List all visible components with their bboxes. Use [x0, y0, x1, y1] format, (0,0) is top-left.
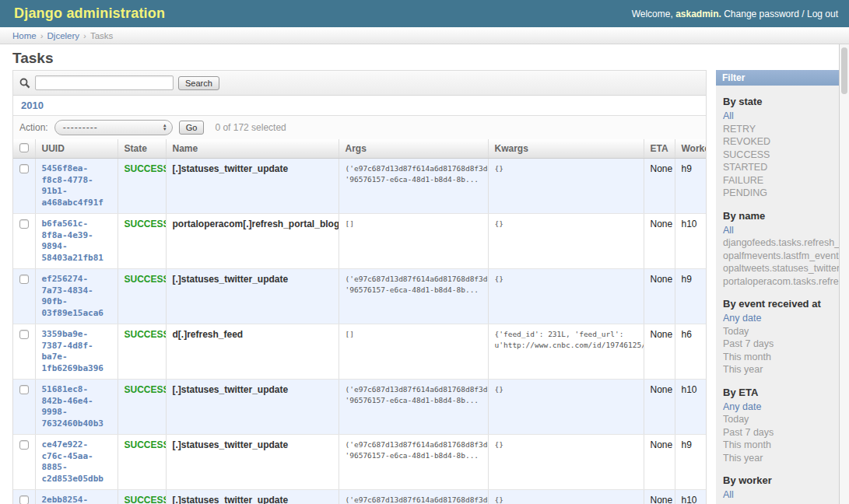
task-name: [.]statuses_twitter_update: [173, 384, 289, 395]
django-admin-tasks-page: Django administration Welcome, askadmin.…: [0, 0, 849, 504]
task-args: ('e97c687d13d87f614a6d81768d8f3d8e', '96…: [346, 274, 482, 296]
task-eta: None: [644, 159, 675, 214]
task-args: ('e97c687d13d87f614a6d81768d8f3d8e', '96…: [346, 439, 482, 461]
task-uuid-link[interactable]: ef256274- 7a73-4834- 90fb- 03f89e15aca6: [42, 274, 111, 319]
welcome-text: Welcome,: [632, 9, 673, 19]
filter-state-all[interactable]: All: [723, 110, 734, 121]
filter-state-started[interactable]: STARTED: [723, 162, 767, 173]
row-checkbox[interactable]: [19, 164, 29, 173]
filter-heading: By worker: [723, 474, 839, 486]
search-icon: [19, 78, 30, 89]
filter-name-item[interactable]: djangofeeds.tasks.refresh_feed: [723, 237, 839, 248]
filter-state-failure[interactable]: FAILURE: [723, 175, 763, 186]
filter-name-item[interactable]: opaltweets.statuses_twitter_update: [723, 263, 839, 274]
task-kwargs: {'feed_id': 231L, 'feed_url': u'http://w…: [495, 329, 637, 351]
filter-state-revoked[interactable]: REVOKED: [723, 136, 770, 147]
task-args: ('e97c687d13d87f614a6d81768d8f3d8e', '96…: [346, 384, 482, 406]
column-header-worker[interactable]: Worker: [675, 139, 707, 159]
filter-heading: By ETA: [723, 387, 839, 398]
column-header-kwargs[interactable]: Kwargs: [488, 139, 644, 159]
column-header-name[interactable]: Name: [166, 139, 339, 159]
table-row: 2ebb8254- 6891-4b6c- a0e7- 4ab08a404097 …: [13, 490, 707, 504]
column-header-uuid[interactable]: UUID: [35, 139, 118, 159]
selection-counter: 0 of 172 selected: [215, 122, 286, 133]
row-checkbox[interactable]: [19, 440, 29, 450]
column-header-eta[interactable]: ETA: [644, 139, 675, 159]
change-password-link[interactable]: Change password: [724, 9, 799, 19]
breadcrumb-separator: ›: [40, 31, 44, 40]
task-name: [.]statuses_twitter_update: [173, 495, 289, 504]
task-worker: h9: [675, 159, 707, 214]
filter-worker-all[interactable]: All: [723, 489, 734, 500]
filter-section-by-worker: By worker All h10 h8 h6: [716, 474, 839, 504]
vertical-scrollbar[interactable]: [839, 44, 849, 504]
task-uuid-link[interactable]: 2ebb8254- 6891-4b6c- a0e7- 4ab08a404097: [42, 495, 111, 504]
row-checkbox[interactable]: [19, 330, 29, 339]
task-worker: h10: [675, 214, 707, 269]
table-row: ce47e922- c76c-45aa- 8885- c2d853e05dbb …: [13, 435, 707, 490]
date-hierarchy-year-link[interactable]: 2010: [21, 100, 44, 111]
action-select[interactable]: --------- ▲▼: [54, 120, 173, 135]
row-checkbox[interactable]: [19, 495, 29, 504]
column-header-state[interactable]: State: [118, 139, 166, 159]
username-text: askadmin.: [675, 9, 721, 19]
search-input[interactable]: [35, 75, 174, 90]
task-uuid-link[interactable]: 5456f8ea- f8c8-4778- 91b1- a468abc4f91f: [42, 163, 111, 208]
task-state: SUCCESS: [125, 439, 167, 450]
filter-section-by-name: By name All djangofeeds.tasks.refresh_fe…: [716, 210, 839, 289]
breadcrumb-current: Tasks: [90, 31, 113, 40]
task-args: []: [346, 219, 482, 229]
search-button[interactable]: Search: [178, 76, 219, 90]
task-kwargs: {}: [495, 274, 637, 285]
row-checkbox[interactable]: [19, 275, 29, 284]
scrollbar-thumb[interactable]: [841, 47, 847, 94]
tasks-table: UUID State Name Args Kwargs ETA Worker 5…: [13, 139, 707, 504]
filter-state-pending[interactable]: PENDING: [723, 187, 767, 198]
select-all-checkbox[interactable]: [19, 143, 29, 152]
task-kwargs: {}: [495, 495, 637, 504]
task-uuid-link[interactable]: 51681ec8- 842b-46e4- 9998- 7632460b40b3: [42, 384, 111, 429]
filter-name-all[interactable]: All: [723, 225, 734, 236]
filter-sidebar: Filter By state All RETRY REVOKED SUCCES…: [716, 70, 839, 504]
filter-state-success[interactable]: SUCCESS: [723, 149, 770, 160]
filter-state-retry[interactable]: RETRY: [723, 124, 756, 135]
site-title-link[interactable]: Django administration: [14, 5, 165, 22]
filter-eta-any-date[interactable]: Any date: [723, 401, 761, 412]
task-eta: None: [644, 324, 675, 380]
task-kwargs: {}: [495, 384, 637, 395]
filter-name-item[interactable]: opalfmevents.lastfm_events_update: [723, 250, 839, 261]
filter-eta-today[interactable]: Today: [723, 414, 749, 425]
task-name: [.]statuses_twitter_update: [173, 439, 289, 450]
task-state: SUCCESS: [125, 329, 167, 340]
filter-section-by-state: By state All RETRY REVOKED SUCCESS START…: [716, 96, 839, 200]
changelist-module: Search 2010 Action: --------- ▲▼ Go 0 of…: [12, 70, 707, 504]
task-uuid-link[interactable]: ce47e922- c76c-45aa- 8885- c2d853e05dbb: [42, 439, 111, 485]
row-checkbox[interactable]: [19, 385, 29, 394]
filter-name-item[interactable]: portaloperacom.tasks.refresh_portal: [723, 276, 839, 287]
column-header-args[interactable]: Args: [339, 139, 488, 159]
task-state: SUCCESS: [125, 384, 167, 395]
go-button[interactable]: Go: [179, 121, 205, 135]
filter-eta-past7days[interactable]: Past 7 days: [723, 427, 774, 438]
breadcrumb-home-link[interactable]: Home: [12, 31, 37, 40]
task-worker: h9: [675, 269, 707, 324]
filter-event-any-date[interactable]: Any date: [723, 313, 761, 324]
select-spinner-icon: ▲▼: [161, 124, 169, 131]
action-label: Action:: [19, 122, 48, 133]
breadcrumb-app-link[interactable]: Djcelery: [47, 31, 80, 40]
breadcrumb-separator: ›: [83, 31, 86, 40]
task-state: SUCCESS: [125, 219, 167, 229]
filter-eta-this-month[interactable]: This month: [723, 439, 771, 450]
filter-eta-this-year[interactable]: This year: [723, 453, 763, 464]
task-kwargs: {}: [495, 439, 637, 450]
table-row: 5456f8ea- f8c8-4778- 91b1- a468abc4f91f …: [13, 159, 707, 214]
filter-event-today[interactable]: Today: [723, 326, 749, 337]
row-checkbox[interactable]: [19, 219, 29, 229]
filter-event-this-year[interactable]: This year: [723, 364, 763, 375]
logout-link[interactable]: Log out: [807, 9, 838, 19]
filter-event-this-month[interactable]: This month: [723, 352, 771, 362]
filter-event-past7days[interactable]: Past 7 days: [723, 338, 774, 349]
task-uuid-link[interactable]: 3359ba9e- 7387-4d8f- ba7e- 1fb6269ba396: [42, 329, 111, 374]
breadcrumb: Home › Djcelery › Tasks: [0, 27, 849, 44]
task-uuid-link[interactable]: b6fa561c- 8f8a-4e39- 9894- 58403a21fb81: [42, 219, 111, 264]
